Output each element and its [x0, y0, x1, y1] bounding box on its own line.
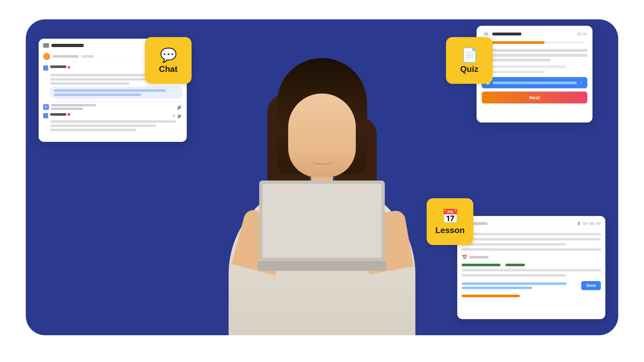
check-icon: ✓ — [579, 80, 583, 86]
copy-icon[interactable]: ⧉ — [172, 113, 175, 118]
lesson-line-1 — [462, 233, 601, 235]
smile — [311, 158, 333, 164]
quiz-option-1 — [482, 65, 566, 68]
quiz-fraction: / — [586, 41, 587, 44]
chat-divider — [43, 101, 182, 102]
lesson-line-5 — [462, 269, 601, 271]
user-badge-line — [81, 55, 94, 58]
msg-sender-1 — [50, 65, 66, 68]
chat-bottom-section: ⧉ 🔊 — [43, 113, 182, 131]
lesson-chat-lines — [462, 282, 579, 289]
c-icon: C — [43, 104, 49, 110]
main-background: C 🔊 ⧉ 🔊 — [26, 19, 618, 335]
laptop-display — [262, 184, 382, 258]
lesson-dot-1 — [583, 222, 588, 225]
quiz-badge: 📄 Quiz — [446, 37, 493, 84]
quiz-progress-bar-bg — [486, 41, 584, 44]
quiz-badge-label: Quiz — [460, 64, 478, 74]
option-text — [493, 82, 577, 84]
chat-badge: 💬 Chat — [145, 37, 192, 84]
msg-line-2b — [50, 124, 156, 127]
msg-line-1a — [50, 74, 156, 76]
msg-lines-2 — [50, 120, 182, 131]
msg-sender-2 — [50, 113, 66, 116]
msg-avatar-1 — [43, 65, 48, 71]
person-photo — [193, 19, 451, 335]
lesson-panel-header: ⬆ — [462, 220, 601, 230]
chat-badge-icon: 💬 — [160, 47, 177, 63]
lesson-line-2 — [462, 238, 601, 240]
lesson-badge-label: Lesson — [435, 225, 465, 235]
lesson-badge-icon: 📅 — [442, 208, 459, 224]
quiz-badge-icon: 📄 — [461, 47, 478, 63]
quiz-progress-row: ‹ / — [482, 40, 587, 45]
quiz-ctrl-1 — [577, 33, 582, 35]
lesson-chat-row: Send — [462, 281, 601, 290]
lesson-green-line-2 — [506, 264, 525, 266]
msg-dot-2 — [68, 113, 70, 116]
msg-content-2 — [50, 120, 182, 131]
quiz-options — [482, 65, 587, 73]
quiz-header-right — [577, 33, 587, 35]
chat-badge-label: Chat — [159, 64, 178, 74]
lesson-green-row — [462, 264, 601, 266]
msg-line-1c — [50, 82, 129, 85]
lesson-content: 📅 Send — [462, 233, 601, 297]
laptop-base — [258, 261, 386, 271]
lesson-header-dots — [583, 222, 601, 225]
chat-bottom-row: C 🔊 — [43, 104, 182, 110]
lesson-badge: 📅 Lesson — [427, 198, 473, 245]
quiz-progress-bar-fill — [486, 41, 545, 44]
chat-bottom-msg-row: ⧉ 🔊 — [43, 113, 182, 118]
lesson-orange-bar — [462, 295, 520, 297]
quiz-ctrl-2 — [583, 33, 587, 35]
chat-header-text — [52, 44, 84, 47]
msg-dot-1 — [68, 66, 70, 69]
next-button[interactable]: Next — [482, 92, 587, 103]
msg-line-2a — [50, 120, 176, 123]
quiz-panel: AI ‹ / — [477, 26, 592, 122]
msg-line-2c — [50, 129, 136, 131]
msg-avatar-2 — [43, 113, 48, 118]
quiz-panel-header: AI — [482, 31, 587, 37]
chat-bubble — [50, 87, 182, 99]
lesson-line-6 — [462, 274, 566, 277]
calendar-icon: 📅 — [462, 255, 467, 260]
chat-bottom-line-1 — [51, 104, 96, 106]
chat-bottom-lines — [51, 104, 175, 110]
user-avatar — [43, 53, 50, 60]
laptop-screen-back — [259, 181, 385, 261]
lesson-green-line — [462, 264, 500, 266]
lesson-chat-line-1 — [462, 282, 567, 285]
lesson-dot-3 — [596, 222, 601, 225]
chat-bottom-line-2 — [51, 108, 83, 110]
ai-label: AI — [484, 32, 488, 36]
upload-icon[interactable]: ⬆ — [577, 220, 581, 227]
lesson-dot-2 — [589, 222, 594, 225]
face-shape — [288, 93, 356, 177]
ai-badge: AI — [482, 31, 490, 37]
lesson-calendar-row: 📅 — [462, 255, 601, 260]
lesson-chat-line-2 — [462, 287, 532, 289]
ai-name-line — [492, 33, 521, 35]
q-line-1 — [482, 49, 587, 52]
user-name-line — [53, 55, 79, 58]
speaker-icon[interactable]: 🔊 — [177, 104, 182, 110]
lesson-send-button[interactable]: Send — [581, 281, 601, 290]
cal-line — [469, 256, 488, 259]
lesson-panel: ⬆ 📅 — [457, 216, 605, 319]
quiz-question-lines — [482, 49, 587, 62]
lesson-line-3 — [462, 243, 566, 246]
quiz-selected-option[interactable]: ✓ — [482, 77, 587, 88]
chat-header-icon — [43, 43, 49, 48]
bubble-line-1 — [54, 89, 166, 92]
bubble-line-2 — [54, 93, 141, 96]
speaker-icon-2[interactable]: 🔊 — [177, 113, 182, 118]
q-line-2 — [482, 54, 587, 57]
lesson-line-4 — [462, 248, 601, 251]
